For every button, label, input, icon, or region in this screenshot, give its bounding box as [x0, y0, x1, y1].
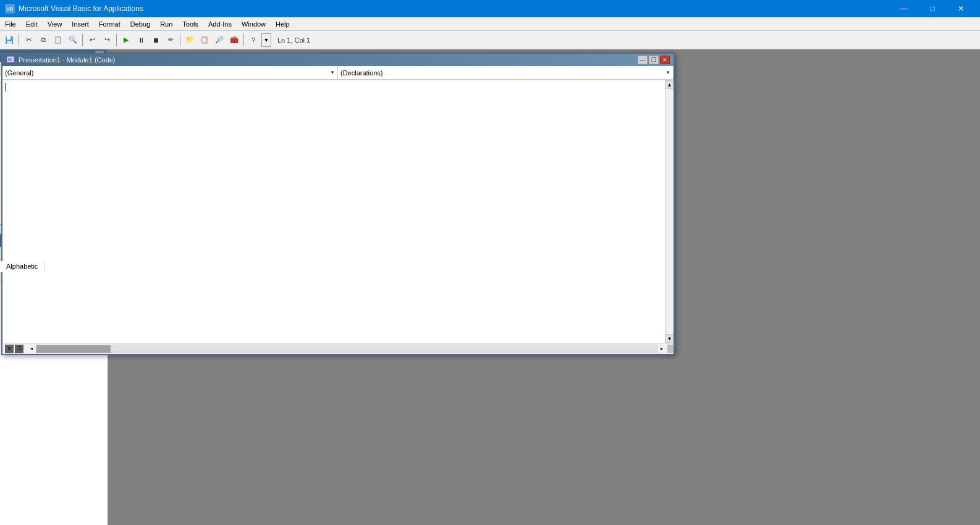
code-vscrollbar[interactable]: ▲ ▼	[665, 80, 674, 343]
toolbar-save-btn[interactable]	[2, 33, 16, 47]
object-dropdown-arrow: ▼	[330, 70, 335, 75]
view-full-icon[interactable]: ☰	[15, 345, 23, 353]
svg-text:M: M	[8, 57, 12, 62]
tab-alphabetic[interactable]: Alphabetic	[0, 261, 44, 272]
proc-dropdown-value: (Declarations)	[340, 69, 382, 77]
maximize-button[interactable]: □	[918, 0, 947, 17]
code-close-btn[interactable]: ✕	[660, 56, 670, 64]
toolbar-sep-3	[116, 34, 117, 46]
toolbar-sep-5	[243, 34, 244, 46]
toolbar-redo-btn[interactable]: ↪	[100, 33, 114, 47]
resize-grip[interactable]	[667, 345, 674, 353]
menu-insert[interactable]: Insert	[67, 17, 94, 30]
vscroll-down-btn[interactable]: ▼	[665, 334, 674, 343]
code-window-title: Presentation1 - Module1 (Code)	[19, 56, 634, 64]
toolbar-cut-btn[interactable]: ✂	[22, 33, 35, 47]
menu-edit[interactable]: Edit	[21, 17, 43, 30]
code-dropdowns-bar: (General) ▼ (Declarations) ▼	[2, 66, 674, 80]
toolbar-sep-2	[82, 34, 83, 46]
code-window: M Presentation1 - Module1 (Code) — ❐ ✕ (…	[1, 52, 675, 355]
minimize-button[interactable]: —	[890, 0, 918, 17]
view-proc-icon[interactable]: ≡	[5, 345, 14, 353]
vscroll-up-btn[interactable]: ▲	[665, 80, 674, 89]
toolbar-design-btn[interactable]: ✏	[164, 33, 177, 47]
menu-view[interactable]: View	[43, 17, 67, 30]
toolbar-props-btn[interactable]: 📋	[198, 33, 211, 47]
proc-dropdown[interactable]: (Declarations) ▼	[338, 66, 674, 80]
code-hscroll-thumb[interactable]	[36, 345, 111, 353]
object-dropdown[interactable]: (General) ▼	[2, 66, 338, 80]
toolbar-projexp-btn[interactable]: 📁	[183, 33, 196, 47]
vscroll-track[interactable]	[665, 89, 674, 334]
toolbar-run-btn[interactable]: ▶	[119, 33, 133, 47]
title-bar-controls: — □ ✕	[890, 0, 975, 17]
toolbar-help-btn[interactable]: ?	[247, 33, 260, 47]
toolbar-objbrow-btn[interactable]: 🔎	[213, 33, 226, 47]
toolbar-toolbox-btn[interactable]: 🧰	[227, 33, 241, 47]
code-hscroll-left[interactable]: ◂	[27, 345, 36, 353]
code-editor[interactable]	[2, 80, 665, 343]
code-restore-btn[interactable]: ❐	[649, 56, 659, 64]
desktop-area: M Presentation1 - Module1 (Code) — ❐ ✕ (…	[108, 49, 980, 525]
toolbar: ✂ ⧉ 📋 🔍 ↩ ↪ ▶ ⏸ ⏹ ✏ 📁 📋 🔎 🧰 ? ▼ Ln 1, Co…	[0, 31, 980, 49]
app-title: Microsoft Visual Basic for Applications	[19, 4, 886, 13]
main-layout: Project - VBAProject ✕ {} − VB	[0, 49, 980, 525]
toolbar-paste-btn[interactable]: 📋	[51, 33, 65, 47]
code-hscroll-right[interactable]: ▸	[657, 345, 666, 353]
toolbar-reset-btn[interactable]: ⏹	[149, 33, 163, 47]
menu-run[interactable]: Run	[155, 17, 177, 30]
menu-format[interactable]: Format	[94, 17, 125, 30]
menu-file[interactable]: File	[0, 17, 21, 30]
menu-addins[interactable]: Add-Ins	[203, 17, 237, 30]
code-bottom-bar: ≡ ☰ ◂ ▸	[2, 343, 674, 354]
close-button[interactable]: ✕	[947, 0, 975, 17]
menu-help[interactable]: Help	[271, 17, 295, 30]
object-dropdown-value: (General)	[5, 69, 33, 77]
svg-rect-1	[7, 36, 11, 40]
code-view-icons: ≡ ☰	[2, 345, 26, 353]
proc-dropdown-arrow: ▼	[665, 70, 670, 75]
toolbar-status: Ln 1, Col 1	[277, 36, 310, 44]
menu-debug[interactable]: Debug	[125, 17, 155, 30]
toolbar-dropdown[interactable]: ▼	[261, 33, 271, 47]
toolbar-undo-btn[interactable]: ↩	[85, 33, 99, 47]
menu-window[interactable]: Window	[237, 17, 271, 30]
toolbar-sep-4	[180, 34, 180, 46]
code-cursor	[5, 83, 6, 91]
toolbar-copy-btn[interactable]: ⧉	[36, 33, 50, 47]
code-minimize-btn[interactable]: —	[638, 56, 648, 64]
toolbar-break-btn[interactable]: ⏸	[134, 33, 148, 47]
code-title-buttons: — ❐ ✕	[638, 56, 670, 64]
code-window-titlebar: M Presentation1 - Module1 (Code) — ❐ ✕	[2, 54, 674, 66]
toolbar-sep-1	[19, 34, 19, 46]
menu-bar: File Edit View Insert Format Debug Run T…	[0, 17, 980, 31]
svg-rect-2	[7, 41, 12, 44]
code-hscroll-track[interactable]	[36, 345, 657, 353]
app-title-bar: VB Microsoft Visual Basic for Applicatio…	[0, 0, 980, 17]
menu-tools[interactable]: Tools	[177, 17, 203, 30]
app-icon: VB	[5, 4, 15, 14]
toolbar-find-btn[interactable]: 🔍	[66, 33, 80, 47]
code-title-icon: M	[6, 55, 15, 65]
